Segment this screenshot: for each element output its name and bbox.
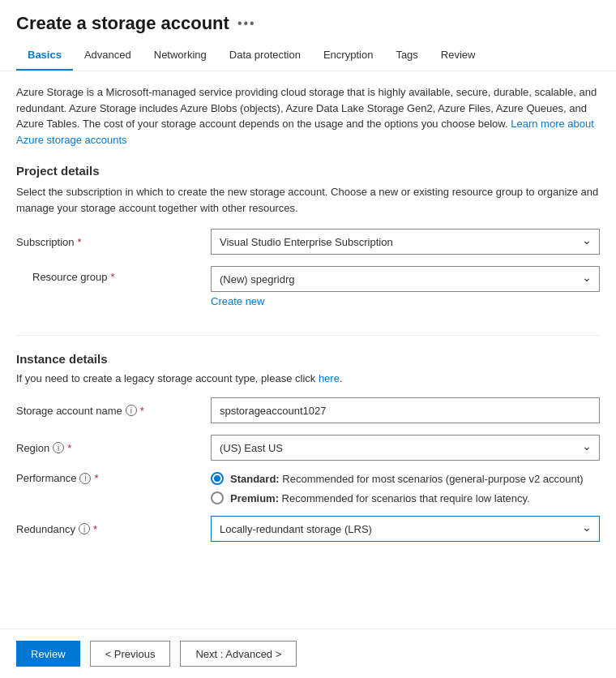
resource-group-block: Resource group * (New) spegridrg Create …: [16, 266, 600, 319]
legacy-link[interactable]: here: [319, 372, 340, 384]
next-button[interactable]: Next : Advanced >: [180, 641, 297, 667]
performance-standard-option[interactable]: Standard: Recommended for most scenarios…: [211, 472, 600, 485]
standard-radio-label: Standard: Recommended for most scenarios…: [230, 473, 584, 485]
description-text: Azure Storage is a Microsoft-managed ser…: [16, 84, 600, 148]
performance-control: Standard: Recommended for most scenarios…: [211, 472, 600, 504]
region-control: (US) East US: [211, 435, 600, 461]
storage-name-row: Storage account name i *: [16, 397, 600, 423]
region-info-icon[interactable]: i: [53, 442, 64, 453]
resource-group-select[interactable]: (New) spegridrg: [211, 266, 600, 292]
resource-group-control: (New) spegridrg Create new: [211, 266, 600, 307]
performance-info-icon[interactable]: i: [79, 473, 91, 484]
project-details-section: Project details Select the subscription …: [16, 164, 600, 319]
subscription-label: Subscription *: [16, 236, 211, 248]
review-button[interactable]: Review: [16, 641, 80, 667]
region-label: Region i *: [16, 442, 211, 454]
tabs-bar: Basics Advanced Networking Data protecti…: [0, 41, 616, 71]
content-area: Azure Storage is a Microsoft-managed ser…: [0, 71, 616, 566]
legacy-link-row: If you need to create a legacy storage a…: [16, 372, 600, 384]
redundancy-required: *: [93, 523, 97, 535]
premium-radio-circle: [211, 491, 224, 504]
storage-name-input[interactable]: [211, 397, 600, 423]
resource-indent: Resource group *: [16, 266, 211, 283]
tab-tags[interactable]: Tags: [384, 41, 429, 71]
standard-radio-circle: [211, 472, 224, 485]
resource-required: *: [111, 271, 115, 283]
redundancy-select[interactable]: Locally-redundant storage (LRS): [211, 516, 600, 542]
create-new-link[interactable]: Create new: [211, 295, 600, 307]
tab-basics[interactable]: Basics: [16, 41, 73, 71]
storage-name-required: *: [140, 405, 144, 417]
instance-details-title: Instance details: [16, 352, 600, 366]
legacy-text: If you need to create a legacy storage a…: [16, 372, 319, 384]
page-title: Create a storage account: [16, 13, 229, 34]
subscription-select[interactable]: Visual Studio Enterprise Subscription: [211, 229, 600, 255]
redundancy-label: Redundancy i *: [16, 523, 211, 535]
previous-button[interactable]: < Previous: [90, 641, 171, 667]
redundancy-select-wrapper: Locally-redundant storage (LRS): [211, 516, 600, 542]
storage-name-label: Storage account name i *: [16, 405, 211, 417]
performance-radio-group: Standard: Recommended for most scenarios…: [211, 472, 600, 504]
subscription-row: Subscription * Visual Studio Enterprise …: [16, 229, 600, 255]
tab-review[interactable]: Review: [430, 41, 487, 71]
premium-radio-label: Premium: Recommended for scenarios that …: [230, 492, 530, 504]
resource-group-label: Resource group *: [32, 266, 115, 283]
subscription-control: Visual Studio Enterprise Subscription: [211, 229, 600, 255]
tab-advanced[interactable]: Advanced: [73, 41, 143, 71]
footer-bar: Review < Previous Next : Advanced >: [0, 629, 616, 678]
performance-label: Performance i *: [16, 472, 211, 484]
region-row: Region i * (US) East US: [16, 435, 600, 461]
section-divider: [16, 335, 600, 336]
redundancy-row: Redundancy i * Locally-redundant storage…: [16, 516, 600, 542]
redundancy-info-icon[interactable]: i: [79, 523, 90, 534]
storage-name-control: [211, 397, 600, 423]
tab-networking[interactable]: Networking: [143, 41, 218, 71]
storage-name-info-icon[interactable]: i: [126, 405, 137, 416]
region-required: *: [67, 442, 71, 454]
resource-group-row: Resource group * (New) spegridrg Create …: [16, 266, 600, 307]
subscription-required: *: [78, 236, 82, 248]
resource-group-select-wrapper: (New) spegridrg: [211, 266, 600, 292]
subscription-select-wrapper: Visual Studio Enterprise Subscription: [211, 229, 600, 255]
performance-premium-option[interactable]: Premium: Recommended for scenarios that …: [211, 491, 600, 504]
redundancy-control: Locally-redundant storage (LRS): [211, 516, 600, 542]
description-body: Azure Storage is a Microsoft-managed ser…: [16, 86, 597, 130]
tab-data-protection[interactable]: Data protection: [218, 41, 312, 71]
region-select-wrapper: (US) East US: [211, 435, 600, 461]
project-details-title: Project details: [16, 164, 600, 178]
more-options-icon[interactable]: •••: [237, 16, 256, 31]
page-header: Create a storage account •••: [0, 0, 616, 34]
project-details-desc: Select the subscription in which to crea…: [16, 184, 600, 216]
performance-required: *: [94, 472, 98, 484]
performance-row: Performance i * Standard: Recommended fo…: [16, 472, 600, 504]
instance-details-section: Instance details If you need to create a…: [16, 352, 600, 542]
region-select[interactable]: (US) East US: [211, 435, 600, 461]
tab-encryption[interactable]: Encryption: [312, 41, 384, 71]
